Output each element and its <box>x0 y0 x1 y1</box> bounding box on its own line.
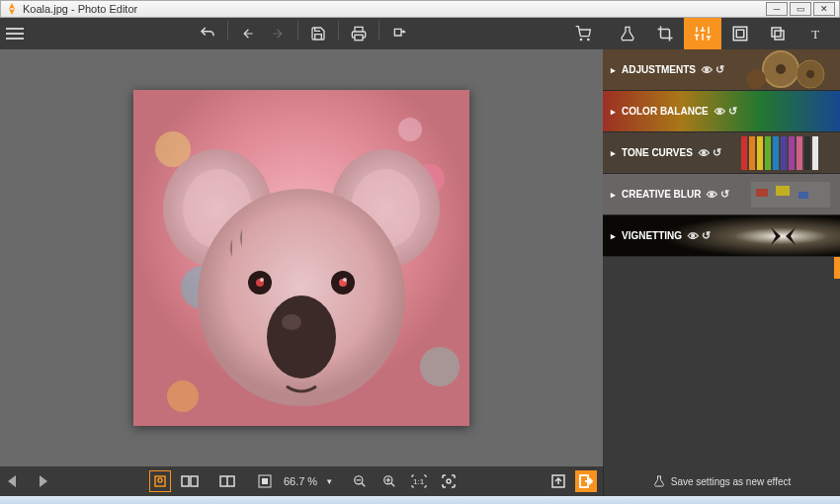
svg-point-23 <box>398 118 422 141</box>
close-button[interactable]: ✕ <box>813 2 835 16</box>
accordion-label: ADJUSTMENTS <box>622 64 696 75</box>
reset-icon[interactable]: ↺ <box>713 146 721 159</box>
zoom-actual-button[interactable]: 1:1 <box>408 470 430 492</box>
titlebar: Koala.jpg - Photo Editor ─ ▭ ✕ <box>0 0 840 18</box>
eye-icon[interactable]: 👁 <box>707 189 717 201</box>
reset-icon[interactable]: ↺ <box>715 63 724 76</box>
svg-rect-15 <box>775 31 784 40</box>
cart-button[interactable] <box>569 21 597 46</box>
import-button[interactable] <box>547 470 569 492</box>
maximize-button[interactable]: ▭ <box>790 2 811 16</box>
zoom-fit-button[interactable] <box>438 470 460 492</box>
chevron-right-icon: ▸ <box>611 231 616 241</box>
accordion-tone-curves[interactable]: ▸ TONE CURVES 👁 ↺ <box>603 132 840 174</box>
forward-button[interactable] <box>264 21 292 46</box>
svg-rect-13 <box>736 30 744 38</box>
minimize-button[interactable]: ─ <box>766 2 788 16</box>
back-button[interactable] <box>234 21 262 46</box>
reset-icon[interactable]: ↺ <box>702 229 711 242</box>
svg-rect-14 <box>772 28 781 37</box>
svg-point-1 <box>580 39 581 40</box>
os-taskbar <box>0 496 840 504</box>
accordion-label: CREATIVE BLUR <box>622 189 701 200</box>
export-button[interactable] <box>385 21 413 46</box>
save-effect-label: Save settings as new effect <box>671 476 792 487</box>
zoom-dropdown-icon[interactable]: ▼ <box>325 477 333 486</box>
zoom-out-button[interactable] <box>349 470 371 492</box>
bottom-toolbar: 66.7 % ▼ 1:1 <box>0 466 603 496</box>
view-split-button[interactable] <box>216 470 238 492</box>
svg-point-36 <box>343 278 347 282</box>
svg-rect-12 <box>733 27 747 41</box>
svg-point-63 <box>158 478 162 482</box>
zoom-level: 66.7 % <box>284 475 317 487</box>
mode-crop-button[interactable] <box>646 18 684 49</box>
mode-adjust-button[interactable] <box>684 18 721 49</box>
accordion-adjustments[interactable]: ▸ ADJUSTMENTS 👁 ↺ <box>603 49 840 91</box>
svg-point-21 <box>420 347 460 386</box>
side-panel-empty <box>603 257 840 466</box>
svg-point-22 <box>167 380 199 412</box>
side-tab-handle[interactable] <box>834 257 840 279</box>
eye-icon[interactable]: 👁 <box>702 64 713 76</box>
svg-line-71 <box>362 483 366 487</box>
window-title: Koala.jpg - Photo Editor <box>23 3 766 15</box>
fit-screen-button[interactable] <box>254 470 276 492</box>
svg-text:T: T <box>811 27 820 42</box>
mode-layers-button[interactable] <box>759 18 797 49</box>
svg-rect-0 <box>355 35 363 40</box>
apply-exit-button[interactable] <box>575 470 597 492</box>
svg-rect-65 <box>191 476 198 486</box>
accordion-label: VIGNETTING <box>622 230 682 241</box>
reset-icon[interactable]: ↺ <box>728 105 737 118</box>
chevron-right-icon: ▸ <box>611 65 616 75</box>
view-compare-button[interactable] <box>179 470 201 492</box>
eye-icon[interactable]: 👁 <box>699 147 710 159</box>
svg-line-74 <box>391 483 395 487</box>
undo-button[interactable] <box>194 21 221 46</box>
koala-photo <box>133 90 469 426</box>
reset-icon[interactable]: ↺ <box>720 188 729 201</box>
svg-point-30 <box>282 314 301 330</box>
eye-icon[interactable]: 👁 <box>688 230 699 242</box>
svg-point-2 <box>588 39 589 40</box>
canvas-area[interactable] <box>0 49 603 466</box>
next-image-button[interactable] <box>30 472 49 490</box>
flask-icon <box>653 474 665 488</box>
accordion-creative-blur[interactable]: ▸ CREATIVE BLUR 👁 ↺ <box>603 174 840 215</box>
svg-text:1:1: 1:1 <box>413 477 425 486</box>
adjustments-panel: ▸ ADJUSTMENTS 👁 ↺ ▸ COLOR BALANCE 👁 ↺ <box>603 49 840 466</box>
chevron-right-icon: ▸ <box>611 148 616 158</box>
zoom-in-button[interactable] <box>378 470 400 492</box>
save-as-effect-button[interactable]: Save settings as new effect <box>603 466 840 496</box>
print-button[interactable] <box>345 21 373 46</box>
chevron-right-icon: ▸ <box>611 190 616 200</box>
accordion-label: TONE CURVES <box>622 147 693 158</box>
chevron-right-icon: ▸ <box>611 107 616 117</box>
svg-rect-69 <box>262 478 268 484</box>
svg-point-29 <box>267 295 336 378</box>
svg-point-78 <box>447 479 451 483</box>
mode-frame-button[interactable] <box>721 18 759 49</box>
accordion-label: COLOR BALANCE <box>622 106 709 117</box>
app-icon <box>5 2 19 16</box>
canvas-image[interactable] <box>133 90 469 426</box>
prev-image-button[interactable] <box>6 472 26 490</box>
accordion-color-balance[interactable]: ▸ COLOR BALANCE 👁 ↺ <box>603 91 840 132</box>
mode-effects-button[interactable] <box>609 18 646 49</box>
view-single-button[interactable] <box>149 470 171 492</box>
svg-point-35 <box>260 278 264 282</box>
mode-text-button[interactable]: T <box>797 18 834 49</box>
menu-button[interactable] <box>6 22 30 45</box>
svg-rect-64 <box>182 476 189 486</box>
eye-icon[interactable]: 👁 <box>714 106 725 118</box>
accordion-vignetting[interactable]: ▸ VIGNETTING 👁 ↺ <box>603 215 840 257</box>
save-button[interactable] <box>304 21 332 46</box>
top-toolbar: T <box>0 18 840 49</box>
